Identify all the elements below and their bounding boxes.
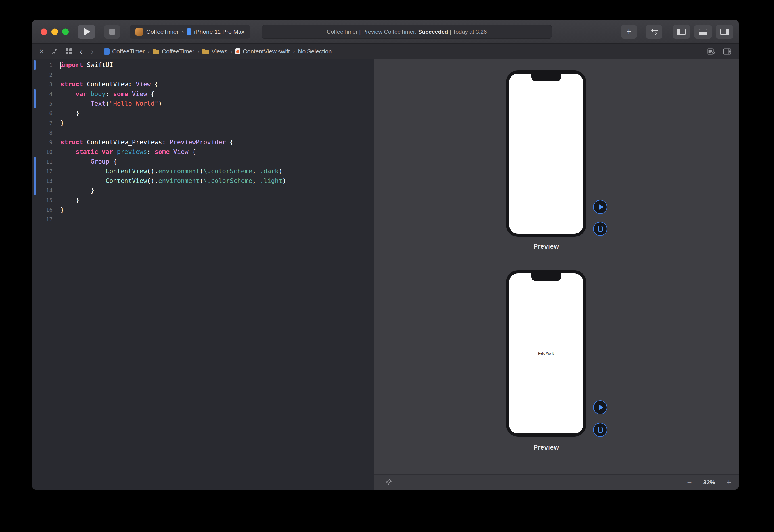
code-token: ( [106, 100, 109, 107]
add-editor-icon[interactable] [723, 48, 731, 55]
code-token: ) [283, 177, 286, 184]
line-number[interactable]: 4 [32, 89, 53, 99]
editor-options-group [707, 48, 731, 55]
code-text: var body: some View { [60, 89, 154, 99]
code-review-button[interactable] [646, 25, 662, 39]
code-token [60, 158, 91, 165]
code-line[interactable]: 15 } [32, 195, 374, 205]
line-number[interactable]: 3 [32, 79, 53, 89]
code-token [60, 90, 76, 97]
device-screen[interactable] [509, 74, 583, 234]
line-number[interactable]: 15 [32, 195, 53, 205]
code-line[interactable]: 13 ContentView().environment(\.colorSche… [32, 176, 374, 186]
scheme-destination-label[interactable]: iPhone 11 Pro Max [194, 28, 244, 35]
scheme-project-label[interactable]: CoffeeTimer [146, 28, 179, 35]
code-token: } [60, 110, 79, 117]
breadcrumb-item-no-selection[interactable]: No Selection [298, 48, 332, 55]
editor-controls: × ‹ › [39, 47, 94, 56]
fullscreen-window-button[interactable] [62, 28, 69, 35]
code-line[interactable]: 1import SwiftUI [32, 60, 374, 70]
toggle-navigator-button[interactable] [673, 25, 690, 39]
device-notch [531, 273, 561, 281]
line-number[interactable]: 16 [32, 205, 53, 215]
line-number[interactable]: 13 [32, 176, 53, 186]
close-window-button[interactable] [41, 28, 47, 35]
code-line[interactable]: 10 static var previews: some View { [32, 147, 374, 157]
code-token: ContentView_Previews: [83, 139, 170, 146]
line-number[interactable]: 1 [32, 60, 53, 70]
stop-button[interactable] [104, 25, 120, 39]
line-number[interactable]: 11 [32, 157, 53, 166]
line-number[interactable]: 2 [32, 70, 53, 79]
live-preview-play-button[interactable] [593, 200, 607, 214]
preview-on-device-button[interactable] [593, 222, 607, 236]
zoom-out-button[interactable]: − [687, 478, 692, 487]
pin-preview-button[interactable] [385, 478, 392, 486]
toggle-inspector-button[interactable] [716, 25, 733, 39]
code-token: : [106, 90, 113, 97]
line-number[interactable]: 6 [32, 108, 53, 118]
breadcrumb-separator-icon: › [231, 48, 233, 55]
device-screen[interactable]: Hello World [509, 273, 583, 433]
line-number[interactable]: 9 [32, 137, 53, 147]
line-number[interactable]: 7 [32, 118, 53, 128]
zoom-level: 32% [703, 479, 715, 486]
code-token: environment [158, 177, 200, 184]
stop-icon [109, 29, 115, 35]
code-text: } [60, 195, 79, 205]
close-editor-icon[interactable]: × [39, 47, 44, 55]
code-line[interactable]: 14 } [32, 186, 374, 195]
code-line[interactable]: 4 var body: some View { [32, 89, 374, 99]
breadcrumb-item-coffeetimer[interactable]: CoffeeTimer [153, 48, 194, 55]
code-line[interactable]: 2 [32, 70, 374, 79]
code-token: { [226, 139, 234, 146]
code-line[interactable]: 7} [32, 118, 374, 128]
code-token: ( [200, 177, 203, 184]
zoom-in-button[interactable]: + [727, 478, 731, 487]
shrink-editor-icon[interactable] [52, 48, 58, 55]
line-number[interactable]: 8 [32, 128, 53, 137]
code-token: } [60, 196, 79, 204]
code-line[interactable]: 11 Group { [32, 157, 374, 166]
code-listing: 1import SwiftUI23struct ContentView: Vie… [32, 60, 374, 224]
zoom-controls: − 32% + [687, 475, 731, 490]
code-line[interactable]: 16} [32, 205, 374, 215]
breadcrumb-item-views[interactable]: Views [202, 48, 227, 55]
minimize-window-button[interactable] [51, 28, 58, 35]
code-token: , [252, 167, 260, 175]
code-line[interactable]: 8 [32, 128, 374, 137]
breadcrumb-item-coffeetimer[interactable]: CoffeeTimer [104, 48, 145, 55]
app-icon [135, 28, 143, 36]
pin-icon [385, 478, 392, 485]
code-token: ContentView [106, 167, 147, 175]
code-line[interactable]: 9struct ContentView_Previews: PreviewPro… [32, 137, 374, 147]
toggle-debug-area-button[interactable] [694, 25, 712, 39]
code-line[interactable]: 3struct ContentView: View { [32, 79, 374, 89]
breadcrumb-item-contentview-swift[interactable]: ContentView.swift [235, 48, 290, 55]
code-text: struct ContentView_Previews: PreviewProv… [60, 137, 233, 147]
line-number[interactable]: 12 [32, 166, 53, 176]
preview-on-device-button[interactable] [593, 423, 607, 437]
code-token [60, 100, 91, 107]
related-items-icon[interactable] [66, 48, 72, 54]
scheme-selector[interactable]: CoffeeTimer › iPhone 11 Pro Max [130, 25, 250, 39]
go-back-button[interactable]: ‹ [80, 47, 83, 56]
code-line[interactable]: 12 ContentView().environment(\.colorSche… [32, 166, 374, 176]
activity-status-bar[interactable]: CoffeeTimer | Preview CoffeeTimer: Succe… [262, 25, 552, 39]
code-line[interactable]: 6 } [32, 108, 374, 118]
library-button[interactable]: + [621, 25, 637, 39]
go-forward-button[interactable]: › [91, 47, 94, 56]
line-number[interactable]: 17 [32, 215, 53, 224]
line-number[interactable]: 5 [32, 99, 53, 108]
code-line[interactable]: 17 [32, 215, 374, 224]
code-token: View [173, 148, 188, 155]
code-line[interactable]: 5 Text("Hello World") [32, 99, 374, 108]
code-token: import [60, 61, 83, 68]
editor-options-icon[interactable] [707, 48, 715, 55]
run-button[interactable] [78, 25, 95, 39]
line-number[interactable]: 14 [32, 186, 53, 195]
code-token: struct [60, 139, 83, 146]
line-number[interactable]: 10 [32, 147, 53, 157]
live-preview-play-button[interactable] [593, 400, 607, 414]
source-editor[interactable]: 1import SwiftUI23struct ContentView: Vie… [32, 59, 374, 490]
